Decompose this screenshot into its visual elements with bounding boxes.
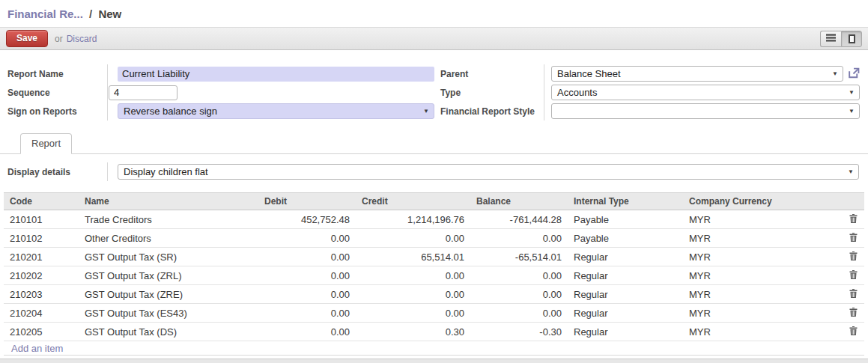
trash-icon: [849, 326, 858, 338]
cell-name: GST Output Tax (ES43): [79, 304, 258, 323]
breadcrumb-separator: /: [89, 7, 92, 20]
chevron-down-icon: ▼: [423, 104, 429, 118]
delete-row-button[interactable]: [842, 266, 864, 285]
trash-icon: [849, 308, 858, 319]
cell-company-currency: MYR: [683, 323, 842, 341]
column-header-actions: [842, 193, 864, 210]
cell-balance: 0.00: [470, 229, 568, 248]
cell-balance: -0.30: [470, 323, 568, 341]
cell-balance: -761,444.28: [470, 210, 568, 229]
cell-internal-type: Payable: [568, 210, 683, 229]
cell-name: GST Output Tax (ZRE): [79, 285, 258, 304]
table-row[interactable]: 210101 Trade Creditors 452,752.48 1,214,…: [4, 210, 864, 229]
cell-debit: 0.00: [258, 323, 356, 341]
cell-credit: 0.00: [356, 229, 470, 248]
parent-value: Balance Sheet: [557, 68, 621, 79]
cell-company-currency: MYR: [683, 285, 842, 304]
table-row[interactable]: 210204 GST Output Tax (ES43) 0.00 0.00 0…: [4, 304, 864, 323]
cell-internal-type: Payable: [568, 229, 683, 248]
cell-name: GST Output Tax (DS): [79, 323, 258, 341]
delete-row-button[interactable]: [842, 304, 864, 323]
type-select[interactable]: Accounts ▼: [551, 85, 860, 100]
add-an-item-link[interactable]: Add an item: [11, 343, 63, 354]
display-details-label: Display details: [0, 162, 107, 181]
display-details-select[interactable]: Display children flat ▼: [118, 164, 859, 180]
form-icon: [849, 34, 855, 43]
or-label: or: [55, 34, 63, 44]
delete-row-button[interactable]: [842, 229, 864, 248]
cell-company-currency: MYR: [683, 229, 842, 248]
parent-select[interactable]: Balance Sheet ▼: [551, 66, 843, 82]
delete-row-button[interactable]: [842, 248, 864, 266]
cell-name: Trade Creditors: [79, 210, 258, 229]
toolbar: Save or Discard: [0, 27, 868, 50]
sign-on-reports-label: Sign on Reports: [0, 102, 107, 121]
table-row[interactable]: 210202 GST Output Tax (ZRL) 0.00 0.00 0.…: [4, 266, 864, 285]
cell-code: 210201: [4, 248, 79, 266]
tab-report[interactable]: Report: [20, 133, 72, 154]
parent-label: Parent: [434, 64, 544, 83]
cell-code: 210204: [4, 304, 79, 323]
cell-code: 210102: [4, 229, 79, 248]
breadcrumb: Financial Re... / New: [0, 0, 868, 27]
column-header-company-currency: Company Currency: [683, 193, 842, 210]
cell-company-currency: MYR: [683, 210, 842, 229]
delete-row-button[interactable]: [842, 323, 864, 341]
chevron-down-icon: ▼: [848, 165, 854, 179]
cell-balance: 0.00: [470, 304, 568, 323]
cell-balance: -65,514.01: [470, 248, 568, 266]
breadcrumb-current: New: [98, 7, 121, 20]
table-row[interactable]: 210201 GST Output Tax (SR) 0.00 65,514.0…: [4, 248, 864, 266]
cell-internal-type: Regular: [568, 248, 683, 266]
cell-code: 210205: [4, 323, 79, 341]
report-name-label: Report Name: [0, 64, 107, 83]
cell-internal-type: Regular: [568, 266, 683, 285]
sign-on-reports-select[interactable]: Reverse balance sign ▼: [118, 103, 434, 119]
chevron-down-icon: ▼: [849, 85, 855, 100]
cell-internal-type: Regular: [568, 304, 683, 323]
table-header-row: Code Name Debit Credit Balance Internal …: [4, 193, 864, 210]
cell-credit: 65,514.01: [356, 248, 470, 266]
table-row[interactable]: 210203 GST Output Tax (ZRE) 0.00 0.00 0.…: [4, 285, 864, 304]
report-name-input[interactable]: [118, 67, 434, 82]
cell-debit: 0.00: [258, 229, 356, 248]
chevron-down-icon: ▼: [849, 104, 855, 118]
column-header-credit: Credit: [356, 193, 470, 210]
cell-company-currency: MYR: [683, 248, 842, 266]
table-row[interactable]: 210205 GST Output Tax (DS) 0.00 0.30 -0.…: [4, 323, 864, 341]
report-lines-table: Code Name Debit Credit Balance Internal …: [4, 192, 864, 356]
add-item-row: Add an item: [4, 341, 864, 356]
discard-link[interactable]: Discard: [67, 34, 97, 44]
cell-balance: 0.00: [470, 285, 568, 304]
type-label: Type: [434, 83, 544, 102]
parent-open-record-button[interactable]: [847, 67, 860, 80]
cell-name: GST Output Tax (SR): [79, 248, 258, 266]
save-button[interactable]: Save: [6, 30, 48, 47]
cell-balance: 0.00: [470, 266, 568, 285]
list-view-button[interactable]: [820, 31, 841, 47]
cell-credit: 0.00: [356, 304, 470, 323]
form-fields: Report Name Sequence Sign on Reports Rev…: [0, 64, 868, 121]
report-lines-body: 210101 Trade Creditors 452,752.48 1,214,…: [4, 210, 864, 341]
cell-credit: 1,214,196.76: [356, 210, 470, 229]
sign-on-reports-value: Reverse balance sign: [124, 106, 217, 117]
form-view-button[interactable]: [841, 31, 862, 47]
cell-internal-type: Regular: [568, 323, 683, 341]
cell-code: 210203: [4, 285, 79, 304]
breadcrumb-section-link[interactable]: Financial Re...: [7, 7, 83, 20]
cell-company-currency: MYR: [683, 266, 842, 285]
sequence-input[interactable]: [109, 85, 177, 100]
cell-code: 210101: [4, 210, 79, 229]
cell-debit: 0.00: [258, 304, 356, 323]
financial-report-style-label: Financial Report Style: [434, 102, 544, 121]
delete-row-button[interactable]: [842, 210, 864, 229]
financial-report-style-select[interactable]: ▼: [551, 103, 860, 119]
table-row[interactable]: 210102 Other Creditors 0.00 0.00 0.00 Pa…: [4, 229, 864, 248]
display-details-row: Display details Display children flat ▼: [0, 162, 868, 181]
chevron-down-icon: ▼: [832, 67, 838, 81]
cell-debit: 0.00: [258, 248, 356, 266]
display-details-value: Display children flat: [124, 166, 208, 177]
cell-credit: 0.00: [356, 285, 470, 304]
delete-row-button[interactable]: [842, 285, 864, 304]
cell-credit: 0.30: [356, 323, 470, 341]
